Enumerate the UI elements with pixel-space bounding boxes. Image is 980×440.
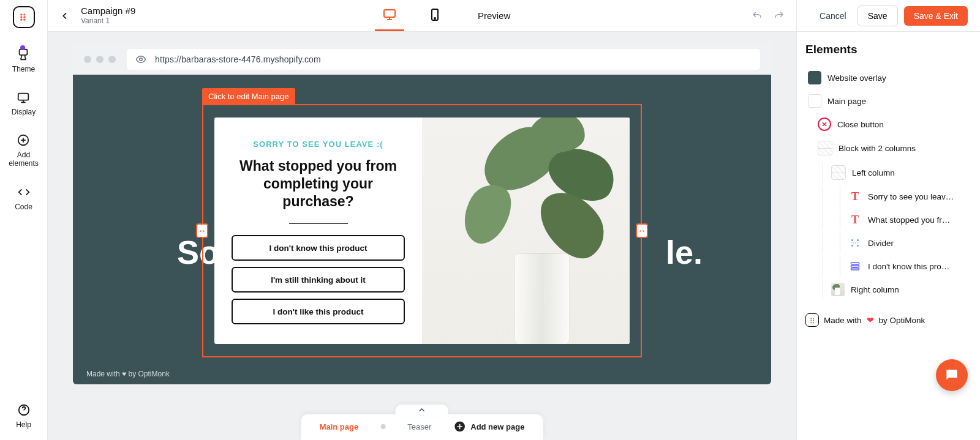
- sidebar-label-code: Code: [15, 203, 32, 211]
- device-desktop-button[interactable]: [375, 1, 404, 31]
- text-icon: T: [848, 213, 862, 226]
- chevron-up-icon: [417, 405, 427, 415]
- sidebar-item-display[interactable]: Display: [12, 91, 36, 116]
- header-actions: Cancel Save Save & Exit: [796, 0, 980, 32]
- undo-button[interactable]: [750, 9, 764, 23]
- browser-preview: https://barbaras-store-4476.myshopify.co…: [73, 44, 771, 384]
- node-main-page[interactable]: Main page: [805, 91, 971, 111]
- divider-icon: [848, 236, 862, 250]
- node-website-overlay[interactable]: Website overlay: [805, 67, 971, 88]
- node-close-button[interactable]: Close button: [805, 114, 971, 135]
- resize-handle-left[interactable]: ↔: [196, 223, 208, 238]
- sidebar-item-help[interactable]: Help: [16, 403, 31, 429]
- popup-option-1[interactable]: I don't know this product: [232, 235, 405, 261]
- save-exit-button[interactable]: Save & Exit: [904, 6, 968, 26]
- desktop-icon: [382, 7, 397, 22]
- redo-button[interactable]: [772, 9, 786, 23]
- page-tab-teaser[interactable]: Teaser: [407, 422, 431, 431]
- popup-option-2[interactable]: I'm still thinking about it: [232, 267, 405, 293]
- footer-post: by OptiMonk: [879, 316, 925, 325]
- node-text-heading[interactable]: T What stopped you fr…: [805, 209, 971, 230]
- svg-point-13: [140, 58, 143, 61]
- url-bar[interactable]: https://barbaras-store-4476.myshopify.co…: [127, 49, 760, 70]
- node-option-button[interactable]: I don't know this pro…: [805, 256, 971, 277]
- node-block-2col[interactable]: Block with 2 columns: [805, 137, 971, 159]
- sidebar-label-add-elements: Add elements: [9, 151, 39, 168]
- resize-handle-right[interactable]: ↔: [636, 223, 648, 238]
- preview-link[interactable]: Preview: [478, 10, 510, 21]
- eye-icon: [135, 54, 146, 65]
- svg-point-26: [813, 319, 814, 321]
- overlay-thumb: [808, 71, 821, 84]
- node-label: Main page: [827, 97, 866, 106]
- redo-icon: [774, 10, 785, 21]
- campaign-subtitle: Variant 1: [81, 17, 135, 25]
- popup-left-column: SORRY TO SEE YOU LEAVE :( What stopped y…: [214, 117, 422, 344]
- add-page-button[interactable]: Add new page: [453, 420, 524, 433]
- undo-icon: [752, 10, 763, 21]
- svg-point-27: [813, 322, 814, 323]
- svg-rect-6: [20, 50, 28, 55]
- campaign-title-block: Campaign #9 Variant 1: [81, 6, 135, 25]
- node-right-column[interactable]: Right column: [805, 279, 971, 300]
- add-page-label: Add new page: [470, 422, 524, 431]
- mini-logo: [805, 313, 819, 327]
- plus-circle-icon: [17, 133, 30, 147]
- back-button[interactable]: [58, 9, 72, 23]
- campaign-title: Campaign #9: [81, 6, 135, 17]
- url-text: https://barbaras-store-4476.myshopify.co…: [155, 54, 321, 64]
- page-tab-main[interactable]: Main page: [320, 422, 359, 431]
- sidebar-label-help: Help: [16, 420, 31, 429]
- page-separator-dot: [380, 424, 385, 429]
- svg-point-22: [810, 318, 812, 319]
- popup-frame[interactable]: Click to edit Main page ↔ ↔ SORRY TO SEE…: [202, 104, 642, 357]
- topbar: Campaign #9 Variant 1 Preview: [48, 0, 796, 32]
- heart-icon: ❤: [867, 315, 874, 325]
- sidebar-item-theme[interactable]: Theme: [12, 48, 35, 73]
- sidebar-item-code[interactable]: Code: [15, 185, 32, 211]
- sidebar-item-add-elements[interactable]: Add elements: [9, 133, 39, 168]
- svg-rect-19: [851, 263, 859, 264]
- logo-icon: [18, 11, 30, 23]
- button-stack-icon: [848, 259, 862, 273]
- node-label: I don't know this pro…: [868, 262, 949, 271]
- svg-point-23: [810, 319, 812, 321]
- chat-button[interactable]: [936, 359, 968, 391]
- node-text-sorry[interactable]: T Sorry to see you leav…: [805, 186, 971, 207]
- svg-point-0: [20, 13, 22, 15]
- node-label: Sorry to see you leav…: [868, 192, 954, 201]
- node-left-column[interactable]: Left column: [805, 162, 971, 184]
- popup-eyebrow: SORRY TO SEE YOU LEAVE :(: [253, 140, 383, 149]
- app-logo[interactable]: [13, 6, 35, 28]
- svg-point-4: [23, 16, 25, 18]
- pages-bar-handle[interactable]: [396, 405, 448, 416]
- popup: SORRY TO SEE YOU LEAVE :( What stopped y…: [214, 117, 630, 344]
- svg-rect-10: [384, 10, 395, 17]
- frame-label[interactable]: Click to edit Main page: [202, 88, 295, 105]
- svg-point-24: [810, 322, 812, 323]
- plus-circle-icon: [453, 420, 466, 433]
- editor-canvas: https://barbaras-store-4476.myshopify.co…: [48, 32, 796, 440]
- window-controls: [84, 56, 116, 63]
- chevron-left-icon: [60, 11, 70, 21]
- column-thumb: [831, 165, 846, 180]
- popup-option-3[interactable]: I don't like this product: [232, 299, 405, 324]
- node-label: Close button: [837, 120, 884, 129]
- device-mobile-button[interactable]: [420, 1, 450, 31]
- save-button[interactable]: Save: [858, 6, 898, 26]
- svg-rect-7: [18, 94, 29, 100]
- sidebar-label-theme: Theme: [12, 65, 35, 73]
- close-icon: [818, 117, 831, 131]
- svg-rect-20: [851, 266, 859, 267]
- pages-bar: Main page Teaser Add new page: [301, 414, 543, 440]
- left-sidebar: Theme Display Add elements Code Help: [0, 0, 48, 440]
- elements-tree: Website overlay Main page Close button B…: [805, 67, 971, 300]
- cancel-button[interactable]: Cancel: [815, 7, 851, 24]
- svg-point-18: [858, 245, 859, 247]
- node-label: Divider: [868, 239, 894, 248]
- page-preview: So le. Click to edit Main page ↔ ↔ SORRY…: [73, 75, 771, 384]
- svg-point-25: [813, 318, 814, 319]
- page-thumb: [808, 94, 821, 108]
- svg-point-15: [852, 240, 853, 241]
- node-divider[interactable]: Divider: [805, 233, 971, 253]
